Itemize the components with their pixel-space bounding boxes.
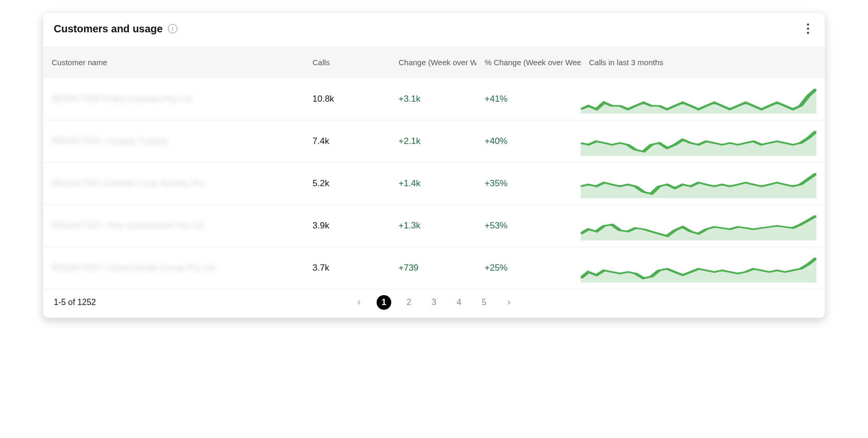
sparkline-chart — [581, 127, 816, 156]
change-value: +1.4k — [399, 178, 420, 188]
page-button-2[interactable]: 2 — [402, 295, 416, 310]
table-header-row: Customer name Calls Change (Week over We… — [43, 46, 825, 78]
page-button-3[interactable]: 3 — [427, 295, 441, 310]
table-row[interactable]: REDACTED • Arts Investments Pty Ltd 3.9k… — [43, 205, 825, 247]
sparkline-chart — [581, 84, 816, 114]
table-row[interactable]: REDACTED Chemist Luna Sydney Pty 5.2k +1… — [43, 163, 825, 205]
calls-value: 7.4k — [312, 136, 329, 146]
sparkline-chart — [581, 253, 816, 283]
customer-name[interactable]: REDACTED • Clara Dental Group Pty Ltd — [52, 263, 215, 273]
page-button-4[interactable]: 4 — [452, 295, 466, 310]
sparkline-chart — [581, 169, 816, 198]
pct-change-value: +40% — [485, 136, 508, 146]
table-row[interactable]: REDACTED Entity Australia Pty Ltd 10.8k … — [43, 78, 825, 120]
change-value: +2.1k — [399, 136, 420, 146]
chevron-left-icon — [355, 299, 363, 306]
customers-usage-card: Customers and usage i Customer name Call… — [43, 13, 825, 318]
customer-name[interactable]: REDACTED • Supply Trading — [52, 136, 167, 146]
pct-change-value: +35% — [485, 178, 508, 188]
col-header-spark[interactable]: Calls in last 3 months — [581, 46, 825, 78]
card-header: Customers and usage i — [43, 13, 825, 46]
pct-change-value: +25% — [485, 263, 508, 273]
customer-name[interactable]: REDACTED Entity Australia Pty Ltd — [52, 94, 191, 104]
sparkline-chart — [581, 211, 816, 240]
calls-value: 5.2k — [312, 178, 329, 188]
sparkline-cell — [581, 247, 825, 289]
pct-change-value: +53% — [485, 221, 508, 230]
change-value: +1.3k — [399, 221, 420, 230]
page-button-5[interactable]: 5 — [477, 295, 491, 310]
pct-change-value: +41% — [485, 94, 508, 104]
pagination-range: 1-5 of 1252 — [54, 298, 96, 307]
sparkline-cell — [581, 205, 825, 247]
calls-value: 3.9k — [312, 221, 329, 230]
next-page-button[interactable] — [502, 295, 516, 310]
page-buttons: 12345 — [377, 295, 491, 310]
calls-value: 3.7k — [312, 263, 329, 273]
kebab-menu-button[interactable] — [802, 22, 814, 35]
calls-value: 10.8k — [312, 94, 334, 104]
table-footer: 1-5 of 1252 12345 — [43, 289, 825, 318]
customer-name[interactable]: REDACTED • Arts Investments Pty Ltd — [52, 221, 204, 230]
col-header-pct[interactable]: % Change (Week over Week) — [476, 46, 581, 78]
customers-table: Customer name Calls Change (Week over We… — [43, 46, 825, 289]
customer-name[interactable]: REDACTED Chemist Luna Sydney Pty — [52, 178, 205, 188]
page-button-1[interactable]: 1 — [377, 295, 391, 310]
title-wrap: Customers and usage i — [54, 23, 177, 35]
col-header-change[interactable]: Change (Week over Week) — [390, 46, 476, 78]
pager: 12345 — [352, 295, 516, 310]
card-title: Customers and usage — [54, 23, 163, 35]
prev-page-button[interactable] — [352, 295, 366, 310]
change-value: +739 — [399, 263, 418, 273]
change-value: +3.1k — [399, 94, 420, 104]
table-row[interactable]: REDACTED • Clara Dental Group Pty Ltd 3.… — [43, 247, 825, 289]
sparkline-cell — [581, 163, 825, 205]
table-row[interactable]: REDACTED • Supply Trading 7.4k +2.1k +40… — [43, 120, 825, 163]
col-header-name[interactable]: Customer name — [43, 46, 304, 78]
sparkline-cell — [581, 120, 825, 163]
chevron-right-icon — [505, 299, 513, 306]
col-header-calls[interactable]: Calls — [304, 46, 390, 78]
sparkline-cell — [581, 78, 825, 120]
info-icon[interactable]: i — [168, 24, 177, 33]
